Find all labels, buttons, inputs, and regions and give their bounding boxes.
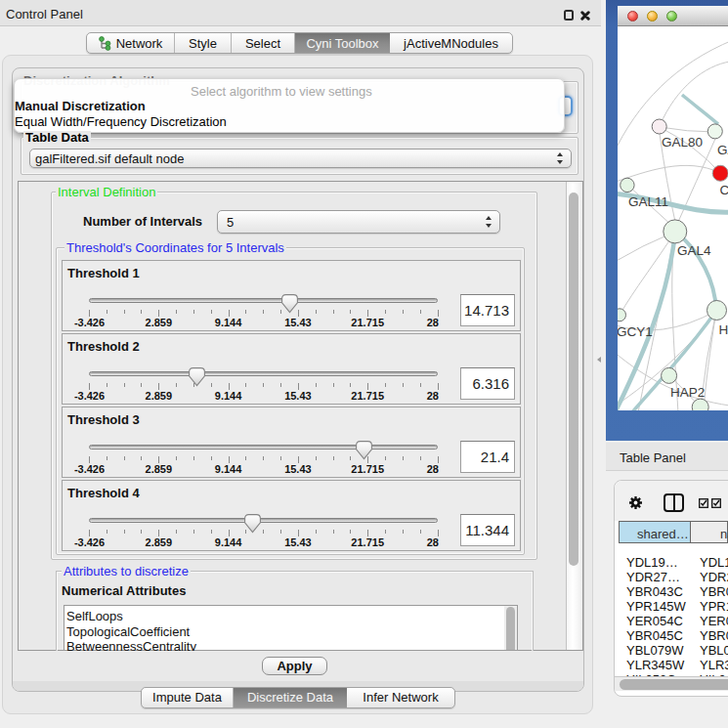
svg-text:GAL4: GAL4 [677,243,711,258]
svg-text:C: C [720,183,728,197]
svg-text:GA: GA [717,143,728,157]
svg-text:GAL80: GAL80 [662,135,703,150]
svg-text:GAL11: GAL11 [628,194,668,209]
svg-text:H: H [719,322,728,337]
svg-text:HAP2: HAP2 [670,385,705,400]
svg-text:GCY1: GCY1 [618,324,653,339]
